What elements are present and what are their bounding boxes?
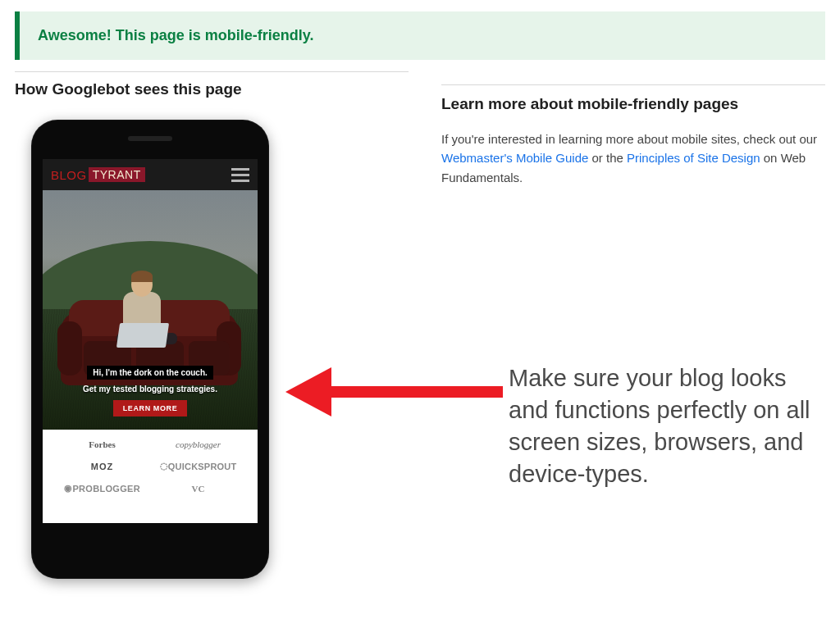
hero-text: Hi, I'm the dork on the couch. Get my te… (43, 364, 258, 416)
annotation-text: Make sure your blog looks and functions … (509, 362, 820, 491)
hero-tagline-1: Hi, I'm the dork on the couch. (87, 366, 213, 380)
para-text: or the (588, 151, 627, 165)
press-logo-moz: MOZ (54, 461, 150, 471)
press-logos-grid: Forbes copyblogger MOZ QUICKSPROUT PROBL… (43, 430, 258, 494)
success-banner-text: Awesome! This page is mobile-friendly. (38, 27, 313, 43)
hero-image: Hi, I'm the dork on the couch. Get my te… (43, 190, 258, 430)
content-columns: How Googlebot sees this page BLOG TYRANT (15, 60, 825, 579)
hero-tagline-2: Get my tested blogging strategies. (43, 385, 258, 394)
hamburger-menu-icon[interactable] (231, 168, 249, 182)
press-logo-forbes: Forbes (54, 439, 150, 449)
site-header: BLOG TYRANT (43, 159, 258, 190)
press-logo-vc: VC (150, 483, 246, 494)
press-logo-copyblogger: copyblogger (150, 439, 246, 449)
principles-link[interactable]: Principles of Site Design (627, 151, 760, 165)
left-column: How Googlebot sees this page BLOG TYRANT (15, 60, 409, 579)
learn-more-heading: Learn more about mobile-friendly pages (441, 95, 825, 113)
person-illustration (108, 272, 182, 343)
googlebot-heading: How Googlebot sees this page (15, 80, 409, 98)
success-banner: Awesome! This page is mobile-friendly. (15, 11, 825, 60)
learn-more-paragraph: If you're interested in learning more ab… (441, 130, 825, 187)
phone-mockup: BLOG TYRANT (31, 120, 269, 579)
webmaster-guide-link[interactable]: Webmaster's Mobile Guide (441, 151, 588, 165)
phone-screen: BLOG TYRANT (43, 159, 258, 523)
right-column: Learn more about mobile-friendly pages I… (409, 60, 825, 579)
divider (15, 71, 409, 72)
phone-speaker-icon (128, 136, 172, 141)
press-logo-quicksprout: QUICKSPROUT (150, 461, 246, 471)
divider (441, 84, 825, 85)
learn-more-button[interactable]: LEARN MORE (113, 400, 188, 416)
site-logo[interactable]: BLOG TYRANT (51, 167, 145, 182)
logo-part1: BLOG (51, 168, 87, 182)
press-logo-problogger: PROBLOGGER (54, 483, 150, 494)
para-text: If you're interested in learning more ab… (441, 132, 817, 146)
logo-part2: TYRANT (89, 167, 145, 182)
